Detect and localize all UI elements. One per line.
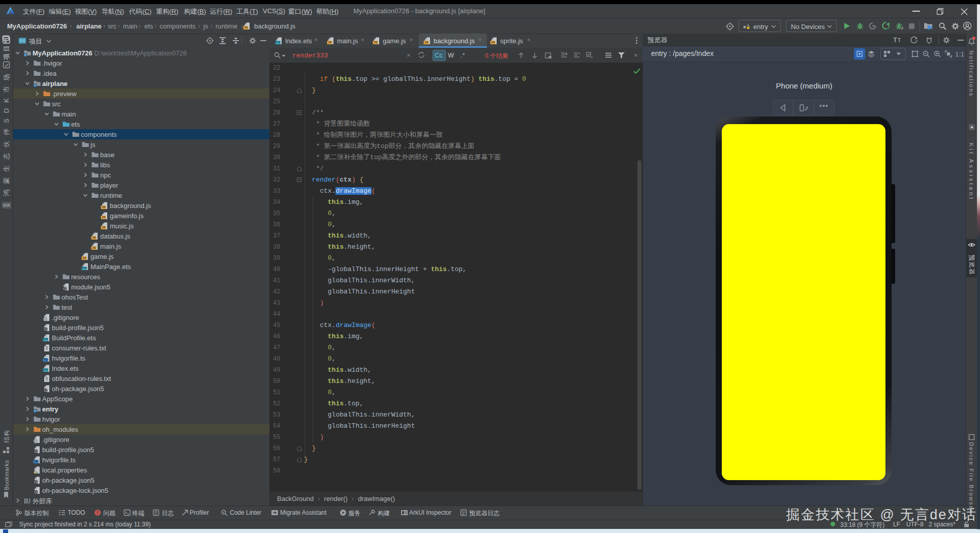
svg-text:JS: JS [491,41,495,44]
svg-text:JS: JS [374,41,377,44]
svg-text:JS: JS [102,205,105,209]
svg-text:JS: JS [424,41,428,44]
svg-text:JS: JS [102,226,105,229]
svg-text:ETS: ETS [43,368,48,371]
svg-text:T: T [898,38,901,43]
svg-text:JS: JS [92,236,96,239]
svg-text:ETS: ETS [275,41,281,44]
svg-text:ETS: ETS [43,338,48,341]
svg-text:JS: JS [244,26,248,29]
svg-text:JS: JS [102,216,105,219]
svg-text:JS: JS [82,256,86,259]
svg-text:JS: JS [328,41,331,44]
svg-text:T: T [893,36,897,43]
svg-text:JS: JS [92,246,96,249]
svg-text:ETS: ETS [82,266,87,270]
svg-text:TS: TS [44,358,48,361]
svg-text:TS: TS [34,460,38,463]
